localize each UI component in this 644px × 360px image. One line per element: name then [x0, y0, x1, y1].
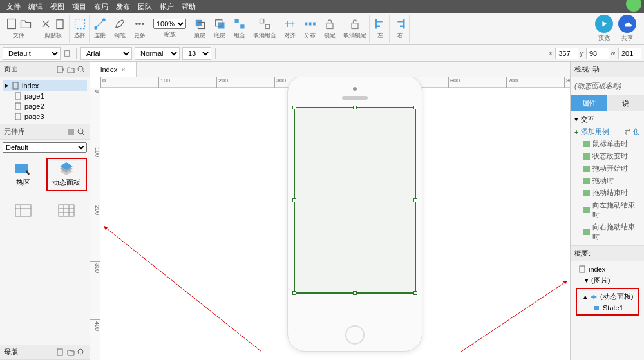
event-drag[interactable]: 拖动时	[574, 175, 640, 187]
resize-handle[interactable]	[353, 291, 357, 295]
font-select[interactable]: Arial	[80, 47, 132, 60]
tab-notes[interactable]: 说	[607, 95, 644, 111]
interactions-header[interactable]: ▾交互	[574, 113, 640, 126]
style-select[interactable]: Default	[3, 47, 61, 60]
outline-state1[interactable]: State1	[578, 303, 636, 313]
menu-help[interactable]: 帮助	[178, 2, 200, 12]
tb-ungroup[interactable]: 取消组合	[251, 15, 279, 43]
menu-project[interactable]: 项目	[68, 2, 90, 12]
add-folder-icon[interactable]	[66, 65, 75, 74]
event-drag-end[interactable]: 拖动结束时	[574, 187, 640, 199]
event-click[interactable]: 鼠标单击时	[574, 138, 640, 150]
cloud-icon	[623, 19, 632, 28]
svg-rect-12	[235, 19, 239, 23]
add-master-icon[interactable]	[56, 348, 65, 357]
pages-tree: ▸index page1 page2 page3	[0, 77, 90, 124]
tab-index[interactable]: index×	[90, 62, 137, 77]
tb-distribute[interactable]: 分布	[301, 15, 319, 43]
search-icon[interactable]	[77, 65, 86, 74]
page-page2[interactable]: page2	[3, 101, 87, 111]
widget-grid1[interactable]	[3, 194, 44, 227]
canvas[interactable]	[100, 88, 570, 360]
tb-file[interactable]: 文件	[3, 15, 35, 43]
tb-left[interactable]: 左	[371, 15, 390, 43]
library-select[interactable]: Default	[3, 142, 87, 153]
resize-handle[interactable]	[413, 198, 417, 202]
menu-publish[interactable]: 发布	[112, 2, 134, 12]
preview-button[interactable]	[595, 15, 613, 33]
menu-team[interactable]: 团队	[134, 2, 156, 12]
zoom-select[interactable]: 100%	[153, 19, 186, 29]
menu-file[interactable]: 文件	[3, 2, 24, 12]
page-icon	[14, 113, 22, 120]
menu-view[interactable]: 视图	[46, 2, 68, 12]
x-input[interactable]	[555, 48, 578, 59]
outline-dynamic-panel[interactable]: ▴(动态面板)	[578, 290, 636, 303]
event-drag-start[interactable]: 拖动开始时	[574, 162, 640, 175]
copy-style-icon[interactable]	[63, 49, 72, 58]
widget-grid2[interactable]	[46, 194, 88, 227]
tb-clipboard[interactable]: 剪贴板	[37, 15, 70, 43]
add-folder-icon[interactable]	[66, 348, 75, 357]
y-input[interactable]	[586, 48, 609, 59]
resize-handle[interactable]	[292, 291, 296, 295]
event-swipe-left[interactable]: 向左拖动结束时	[574, 199, 640, 221]
svg-rect-16	[305, 23, 308, 26]
menu-account[interactable]: 帐户	[156, 2, 178, 12]
svg-rect-15	[265, 24, 269, 28]
tb-lock[interactable]: 锁定	[321, 15, 339, 43]
weight-select[interactable]: Normal	[135, 47, 180, 60]
tb-connect[interactable]: 连接	[91, 15, 109, 43]
close-icon[interactable]: ×	[121, 66, 125, 73]
tb-align[interactable]: 对齐	[281, 15, 299, 43]
selected-dynamic-panel[interactable]	[294, 107, 416, 294]
tb-pen[interactable]: 钢笔	[111, 15, 129, 43]
outline-image[interactable]: ▾(图片)	[573, 274, 641, 287]
search-icon[interactable]	[77, 128, 86, 137]
page-page3[interactable]: page3	[3, 111, 87, 122]
cut-icon	[39, 17, 52, 30]
create-link[interactable]: 创	[633, 127, 640, 137]
resize-handle[interactable]	[292, 198, 296, 202]
tb-unlock[interactable]: 取消锁定	[341, 15, 370, 43]
tab-properties[interactable]: 属性	[571, 95, 607, 111]
share-button[interactable]	[618, 15, 636, 33]
tb-select[interactable]: 选择	[71, 15, 90, 43]
state-icon	[592, 304, 600, 312]
menu-layout[interactable]: 布局	[90, 2, 112, 12]
tb-zoom[interactable]: 100% 缩放	[151, 15, 189, 43]
tb-right[interactable]: 右	[391, 15, 410, 43]
menu-icon[interactable]	[66, 128, 75, 137]
tb-front[interactable]: 顶层	[191, 15, 209, 43]
page-icon	[14, 102, 22, 110]
event-icon	[583, 166, 590, 172]
tb-group[interactable]: 组合	[231, 15, 249, 43]
add-case-link[interactable]: 添加用例	[581, 127, 609, 137]
user-avatar[interactable]	[626, 0, 641, 12]
size-select[interactable]: 13	[182, 47, 211, 60]
tb-back[interactable]: 底层	[211, 15, 229, 43]
svg-point-28	[78, 129, 83, 134]
distribute-icon	[303, 17, 316, 30]
widget-name-field[interactable]: (动态面板名称)	[571, 77, 644, 95]
add-page-icon[interactable]	[56, 65, 65, 74]
menu-edit[interactable]: 编辑	[24, 2, 46, 12]
inline-frame-icon	[14, 204, 32, 218]
event-state-change[interactable]: 状态改变时	[574, 150, 640, 162]
outline-root[interactable]: index	[573, 264, 641, 274]
widget-hotspot[interactable]: 热区	[3, 158, 44, 191]
resize-handle[interactable]	[413, 106, 417, 109]
event-swipe-right[interactable]: 向右拖动结束时	[574, 221, 640, 243]
w-input[interactable]	[618, 48, 641, 59]
resize-handle[interactable]	[413, 291, 417, 295]
tb-more[interactable]: 更多	[131, 15, 149, 43]
widget-dynamic-panel[interactable]: 动态面板	[46, 158, 88, 191]
page-index[interactable]: ▸index	[3, 80, 87, 91]
resize-handle[interactable]	[353, 106, 357, 109]
search-icon[interactable]	[77, 348, 86, 357]
page-page1[interactable]: page1	[3, 91, 87, 101]
event-icon	[583, 190, 590, 196]
new-file-icon	[5, 17, 18, 30]
resize-handle[interactable]	[292, 106, 296, 109]
svg-rect-32	[57, 349, 62, 355]
